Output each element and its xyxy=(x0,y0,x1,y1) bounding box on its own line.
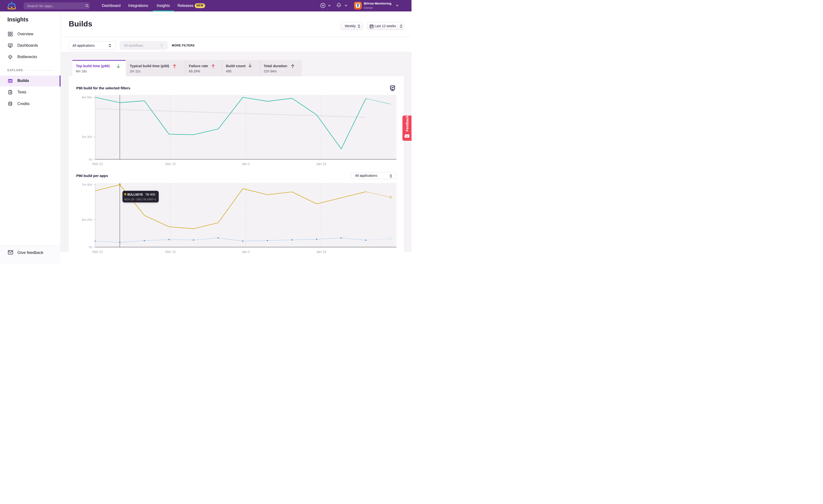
svg-text:6m 55s: 6m 55s xyxy=(81,95,92,99)
svg-text:Jan 2: Jan 2 xyxy=(241,250,250,252)
svg-text:7m 40s: 7m 40s xyxy=(81,183,92,187)
svg-text:0s: 0s xyxy=(89,158,92,161)
svg-text:Dec 12: Dec 12 xyxy=(165,250,176,252)
svg-text:Jan 24: Jan 24 xyxy=(316,250,326,252)
svg-text:2m 30s: 2m 30s xyxy=(81,135,92,139)
svg-text:0s: 0s xyxy=(89,245,92,249)
svg-text:Dec 12: Dec 12 xyxy=(165,162,176,166)
svg-text:Jan 24: Jan 24 xyxy=(316,162,326,166)
svg-text:Nov 21: Nov 21 xyxy=(92,162,103,166)
svg-text:Nov 21: Nov 21 xyxy=(92,250,103,252)
svg-text:Jan 2: Jan 2 xyxy=(241,162,250,166)
svg-text:3m 20s: 3m 20s xyxy=(81,218,92,222)
